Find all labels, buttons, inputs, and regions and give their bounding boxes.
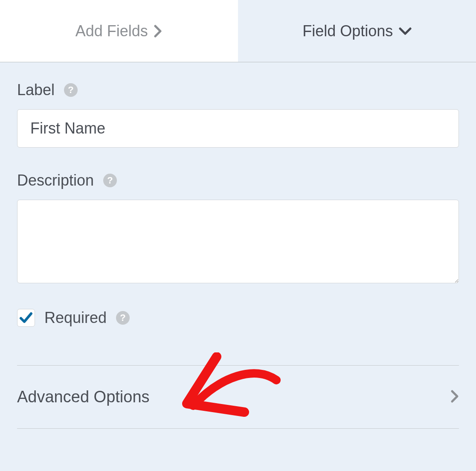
advanced-options-toggle[interactable]: Advanced Options [17, 366, 459, 429]
tabs-bar: Add Fields Field Options [0, 0, 476, 62]
required-label: Required [44, 309, 107, 327]
chevron-down-icon [399, 27, 412, 35]
required-checkbox[interactable] [17, 309, 35, 327]
svg-text:?: ? [68, 84, 73, 95]
help-icon[interactable]: ? [116, 311, 130, 325]
advanced-options-label: Advanced Options [17, 388, 150, 406]
svg-text:?: ? [107, 175, 113, 186]
description-row: Description ? [17, 172, 459, 189]
field-options-panel: Label ? Description ? Required ? Advance… [0, 62, 476, 429]
required-row: Required ? [17, 309, 459, 327]
label-heading: Label [17, 81, 55, 99]
description-heading: Description [17, 172, 94, 189]
description-input[interactable] [17, 200, 459, 283]
description-group: Description ? [17, 172, 459, 285]
label-input[interactable] [17, 109, 459, 148]
tab-add-fields[interactable]: Add Fields [0, 0, 238, 62]
label-group: Label ? [17, 81, 459, 148]
tab-add-fields-label: Add Fields [75, 22, 148, 40]
help-icon[interactable]: ? [64, 83, 78, 97]
chevron-right-icon [450, 390, 459, 405]
help-icon[interactable]: ? [103, 174, 117, 187]
tab-field-options[interactable]: Field Options [238, 0, 476, 62]
label-row: Label ? [17, 81, 459, 99]
chevron-right-icon [154, 25, 163, 38]
tab-field-options-label: Field Options [302, 22, 393, 40]
svg-text:?: ? [120, 312, 125, 323]
